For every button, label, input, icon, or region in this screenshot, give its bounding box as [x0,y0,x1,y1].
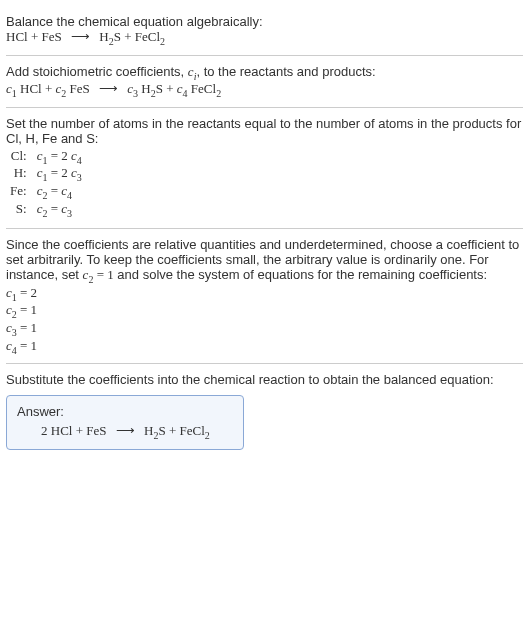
plus: + [76,423,83,438]
table-row: S: c2 = c3 [6,201,86,219]
balance-equation: c2 = c4 [33,183,86,201]
section-solve: Since the coefficients are relative quan… [6,229,523,364]
product-1: H2S [144,423,166,438]
answer-box: Answer: 2 HCl + FeS ⟶ H2S + FeCl2 [6,395,244,450]
plus: + [166,81,173,96]
arrow-icon: ⟶ [65,29,96,44]
plus: + [124,29,131,44]
section-problem: Balance the chemical equation algebraica… [6,6,523,56]
product-2: FeCl2 [179,423,209,438]
balance-equation: c1 = 2 c3 [33,165,86,183]
coefficient-value: c1 = 2 [6,285,523,303]
element-label: H: [6,165,33,183]
product-1: H2S [99,29,121,44]
balance-equation: c2 = c3 [33,201,86,219]
balance-equation: c1 = 2 c4 [33,148,86,166]
element-label: Cl: [6,148,33,166]
section-atom-balance: Set the number of atoms in the reactants… [6,108,523,229]
arrow-icon: ⟶ [110,423,141,438]
intro-text: Substitute the coefficients into the che… [6,372,523,387]
intro-text: Since the coefficients are relative quan… [6,237,523,285]
equation-unbalanced: HCl + FeS ⟶ H2S + FeCl2 [6,29,523,47]
coefficient-value: c4 = 1 [6,338,523,356]
section-coefficients: Add stoichiometric coefficients, ci, to … [6,56,523,108]
intro-text: Balance the chemical equation algebraica… [6,14,523,29]
plus: + [45,81,52,96]
intro-text: Set the number of atoms in the reactants… [6,116,523,146]
equation-with-coefficients: c1 HCl + c2 FeS ⟶ c3 H2S + c4 FeCl2 [6,81,523,99]
answer-label: Answer: [17,404,233,419]
intro-text: Add stoichiometric coefficients, ci, to … [6,64,523,82]
table-row: H: c1 = 2 c3 [6,165,86,183]
product-2: FeCl2 [135,29,165,44]
plus: + [169,423,176,438]
element-label: S: [6,201,33,219]
section-answer: Substitute the coefficients into the che… [6,364,523,450]
plus: + [31,29,38,44]
arrow-icon: ⟶ [93,81,124,96]
reactant-1: HCl [51,423,73,438]
table-row: Cl: c1 = 2 c4 [6,148,86,166]
element-label: Fe: [6,183,33,201]
table-row: Fe: c2 = c4 [6,183,86,201]
atom-balance-table: Cl: c1 = 2 c4 H: c1 = 2 c3 Fe: c2 = c4 S… [6,148,86,218]
reactant-1: HCl [6,29,28,44]
coefficient-value: c3 = 1 [6,320,523,338]
balanced-equation: 2 HCl + FeS ⟶ H2S + FeCl2 [17,423,233,441]
reactant-2: FeS [86,423,106,438]
coefficient-value: c2 = 1 [6,302,523,320]
reactant-2: FeS [42,29,62,44]
